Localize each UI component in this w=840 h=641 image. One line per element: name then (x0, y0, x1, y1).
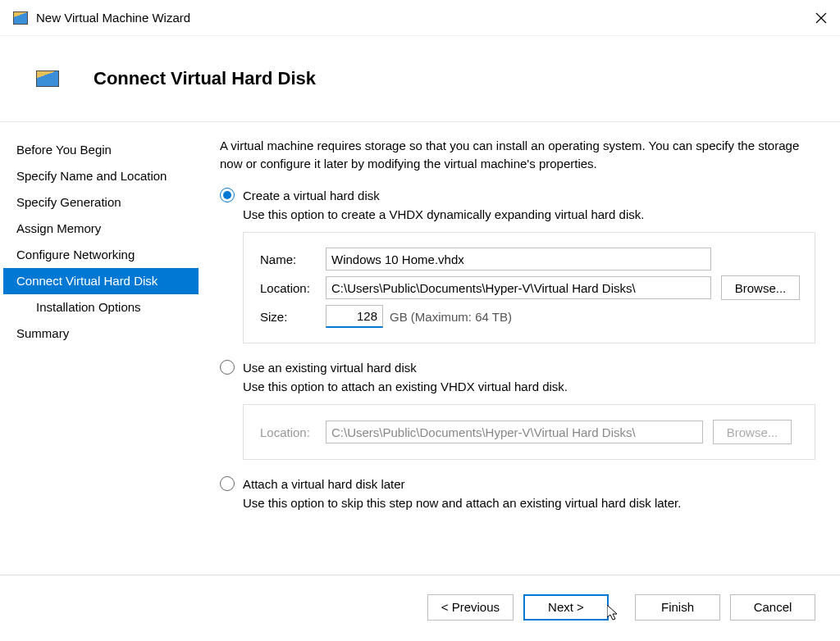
option-create-vhd[interactable]: Create a virtual hard disk (220, 188, 815, 202)
sidebar-item-specify-generation[interactable]: Specify Generation (3, 189, 199, 216)
page-title: Connect Virtual Hard Disk (94, 68, 316, 89)
radio-create-vhd[interactable] (220, 188, 235, 202)
sidebar-item-specify-name[interactable]: Specify Name and Location (3, 163, 199, 189)
next-button[interactable]: Next > (523, 594, 609, 621)
size-input[interactable] (326, 305, 383, 328)
sidebar-item-before-you-begin[interactable]: Before You Begin (3, 137, 199, 163)
close-icon (815, 12, 827, 24)
wizard-sidebar: Before You Begin Specify Name and Locati… (0, 122, 199, 575)
option-use-existing[interactable]: Use an existing virtual hard disk (220, 360, 815, 375)
create-vhd-form: Name: Location: Browse... Size: GB (Maxi… (243, 232, 815, 343)
wizard-footer: < Previous Next > Finish Cancel (0, 575, 840, 639)
size-suffix: GB (Maximum: 64 TB) (390, 310, 512, 324)
close-button[interactable] (802, 0, 840, 36)
cancel-button[interactable]: Cancel (730, 594, 815, 621)
previous-button[interactable]: < Previous (427, 594, 514, 621)
main-panel: A virtual machine requires storage so th… (199, 122, 840, 575)
window-title: New Virtual Machine Wizard (36, 11, 802, 25)
content-area: Before You Begin Specify Name and Locati… (0, 122, 840, 575)
intro-text: A virtual machine requires storage so th… (220, 137, 815, 173)
wizard-icon (13, 11, 28, 25)
sidebar-item-installation-options[interactable]: Installation Options (3, 294, 199, 320)
location-label: Location: (260, 281, 326, 295)
option-use-existing-desc: Use this option to attach an existing VH… (243, 378, 815, 396)
option-attach-later[interactable]: Attach a virtual hard disk later (220, 476, 815, 491)
sidebar-item-summary[interactable]: Summary (3, 320, 199, 347)
sidebar-item-configure-networking[interactable]: Configure Networking (3, 242, 199, 268)
existing-location-input (326, 421, 703, 443)
browse-button[interactable]: Browse... (721, 275, 800, 300)
wizard-header: Connect Virtual Hard Disk (0, 36, 840, 121)
name-input[interactable] (326, 248, 711, 270)
name-label: Name: (260, 252, 326, 266)
option-create-vhd-desc: Use this option to create a VHDX dynamic… (243, 206, 815, 224)
finish-button[interactable]: Finish (635, 594, 720, 621)
existing-browse-button: Browse... (713, 420, 792, 444)
radio-attach-later[interactable] (220, 476, 235, 491)
radio-use-existing[interactable] (220, 360, 235, 375)
size-label: Size: (260, 310, 326, 324)
location-input[interactable] (326, 276, 711, 299)
sidebar-item-connect-vhd[interactable]: Connect Virtual Hard Disk (3, 268, 199, 294)
radio-attach-later-label: Attach a virtual hard disk later (243, 477, 405, 491)
sidebar-item-assign-memory[interactable]: Assign Memory (3, 216, 199, 242)
wizard-header-icon (36, 70, 59, 87)
existing-location-label: Location: (260, 425, 326, 439)
radio-use-existing-label: Use an existing virtual hard disk (243, 361, 417, 375)
use-existing-form: Location: Browse... (243, 404, 815, 460)
radio-create-vhd-label: Create a virtual hard disk (243, 189, 380, 202)
titlebar: New Virtual Machine Wizard (0, 0, 840, 36)
option-attach-later-desc: Use this option to skip this step now an… (243, 494, 815, 512)
